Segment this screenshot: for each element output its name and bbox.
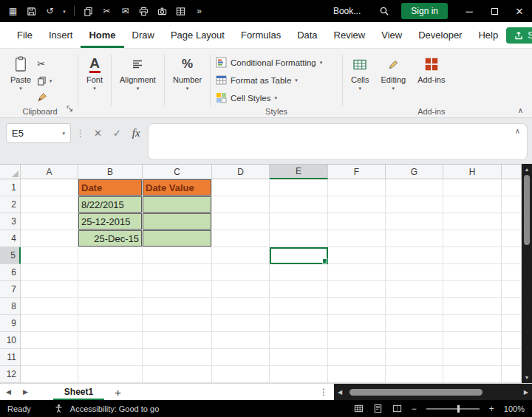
copy-icon[interactable] — [81, 4, 95, 18]
sheet-options-icon[interactable]: ⋮ — [319, 387, 328, 397]
tab-data[interactable]: Data — [289, 22, 325, 48]
zoom-in-button[interactable]: + — [489, 404, 494, 414]
cell-A2[interactable] — [21, 196, 78, 213]
cell-E10[interactable] — [270, 332, 328, 349]
cell-C10[interactable] — [143, 332, 212, 349]
cell-D2[interactable] — [212, 196, 270, 213]
cell-B2[interactable]: 8/22/2015 — [78, 196, 143, 213]
conditional-formatting-button[interactable]: Conditional Formatting ▾ — [213, 54, 322, 71]
vertical-scroll-thumb[interactable] — [524, 175, 530, 245]
formula-input[interactable]: ∧ — [148, 123, 528, 160]
cell-C6[interactable] — [143, 264, 212, 281]
cell-H5[interactable] — [443, 247, 502, 264]
cell-E1[interactable] — [270, 179, 328, 196]
paste-button[interactable]: Paste ▾ — [4, 52, 37, 93]
tab-view[interactable]: View — [373, 22, 410, 48]
column-header-B[interactable]: B — [78, 165, 143, 179]
cell-A9[interactable] — [21, 315, 78, 332]
font-menu-button[interactable]: A Font ▾ — [81, 52, 109, 93]
page-break-view-icon[interactable] — [392, 404, 402, 413]
cell-G2[interactable] — [386, 196, 443, 213]
format-as-table-button[interactable]: Format as Table ▾ — [213, 72, 298, 89]
cell-E12[interactable] — [270, 366, 328, 383]
cells-menu-button[interactable]: Cells ▾ — [345, 52, 375, 93]
column-header-H[interactable]: H — [443, 165, 502, 179]
sheet-nav-left-icon[interactable]: ◀ — [0, 388, 17, 396]
row-header-3[interactable]: 3 — [0, 213, 21, 230]
row-header-12[interactable]: 12 — [0, 366, 21, 383]
sign-in-button[interactable]: Sign in — [401, 3, 448, 19]
cell-B9[interactable] — [78, 315, 143, 332]
cell-B12[interactable] — [78, 366, 143, 383]
tab-draw[interactable]: Draw — [124, 22, 163, 48]
cell-G12[interactable] — [386, 366, 443, 383]
cell-D7[interactable] — [212, 281, 270, 298]
cell-F1[interactable] — [328, 179, 386, 196]
cell-E6[interactable] — [270, 264, 328, 281]
column-header-D[interactable]: D — [212, 165, 270, 179]
cell-F6[interactable] — [328, 264, 386, 281]
cell-H2[interactable] — [443, 196, 502, 213]
cell-H9[interactable] — [443, 315, 502, 332]
cell-H12[interactable] — [443, 366, 502, 383]
cell-D6[interactable] — [212, 264, 270, 281]
alignment-menu-button[interactable]: Alignment ▾ — [114, 52, 162, 93]
cell-E9[interactable] — [270, 315, 328, 332]
cell-B8[interactable] — [78, 298, 143, 315]
row-header-2[interactable]: 2 — [0, 196, 21, 213]
cell-D4[interactable] — [212, 230, 270, 247]
cell-C4[interactable] — [143, 230, 212, 247]
horizontal-scroll-thumb[interactable] — [349, 389, 482, 396]
name-box[interactable]: E5 ▾ — [6, 123, 71, 143]
cell-E8[interactable] — [270, 298, 328, 315]
cell-G7[interactable] — [386, 281, 443, 298]
cell-B4[interactable]: 25-Dec-15 — [78, 230, 143, 247]
table-icon[interactable] — [174, 4, 188, 18]
cell-E3[interactable] — [270, 213, 328, 230]
row-header-4[interactable]: 4 — [0, 230, 21, 247]
zoom-slider-thumb[interactable] — [457, 405, 460, 413]
insert-function-icon[interactable]: fx — [129, 123, 144, 143]
vertical-scrollbar[interactable]: ▲ ▼ — [522, 164, 532, 383]
tab-home[interactable]: Home — [81, 22, 123, 48]
cell-E5[interactable] — [270, 247, 328, 264]
horizontal-scrollbar[interactable]: ◀ ▶ — [334, 384, 532, 400]
enter-icon[interactable]: ✓ — [109, 123, 125, 143]
sheet-nav-right-icon[interactable]: ▶ — [17, 388, 34, 396]
row-header-7[interactable]: 7 — [0, 281, 21, 298]
page-layout-view-icon[interactable] — [373, 404, 383, 413]
cell-G10[interactable] — [386, 332, 443, 349]
cell-A12[interactable] — [21, 366, 78, 383]
cell-B7[interactable] — [78, 281, 143, 298]
cell-E11[interactable] — [270, 349, 328, 366]
cell-G8[interactable] — [386, 298, 443, 315]
cancel-icon[interactable]: ✕ — [90, 123, 106, 143]
scroll-up-icon[interactable]: ▲ — [525, 166, 530, 173]
cell-A4[interactable] — [21, 230, 78, 247]
cell-F5[interactable] — [328, 247, 386, 264]
column-header-G[interactable]: G — [386, 165, 443, 179]
number-menu-button[interactable]: % Number ▾ — [167, 52, 208, 93]
copy-button[interactable]: ▾ — [37, 74, 52, 87]
add-sheet-button[interactable]: + — [104, 386, 132, 399]
cell-H6[interactable] — [443, 264, 502, 281]
row-header-11[interactable]: 11 — [0, 349, 21, 366]
cell-H7[interactable] — [443, 281, 502, 298]
row-header-5[interactable]: 5 — [0, 247, 21, 264]
editing-menu-button[interactable]: Editing ▾ — [375, 52, 412, 93]
tab-file[interactable]: File — [9, 22, 41, 48]
zoom-level[interactable]: 100% — [504, 404, 525, 413]
cell-B6[interactable] — [78, 264, 143, 281]
cell-F8[interactable] — [328, 298, 386, 315]
cell-B11[interactable] — [78, 349, 143, 366]
cell-B1[interactable]: Date — [78, 179, 143, 196]
cell-D10[interactable] — [212, 332, 270, 349]
cell-H4[interactable] — [443, 230, 502, 247]
cell-C11[interactable] — [143, 349, 212, 366]
cell-C12[interactable] — [143, 366, 212, 383]
tab-page-layout[interactable]: Page Layout — [163, 22, 233, 48]
scroll-left-icon[interactable]: ◀ — [338, 389, 342, 396]
tab-help[interactable]: Help — [470, 22, 506, 48]
mail-icon[interactable]: ✉ — [118, 4, 132, 18]
cell-D11[interactable] — [212, 349, 270, 366]
